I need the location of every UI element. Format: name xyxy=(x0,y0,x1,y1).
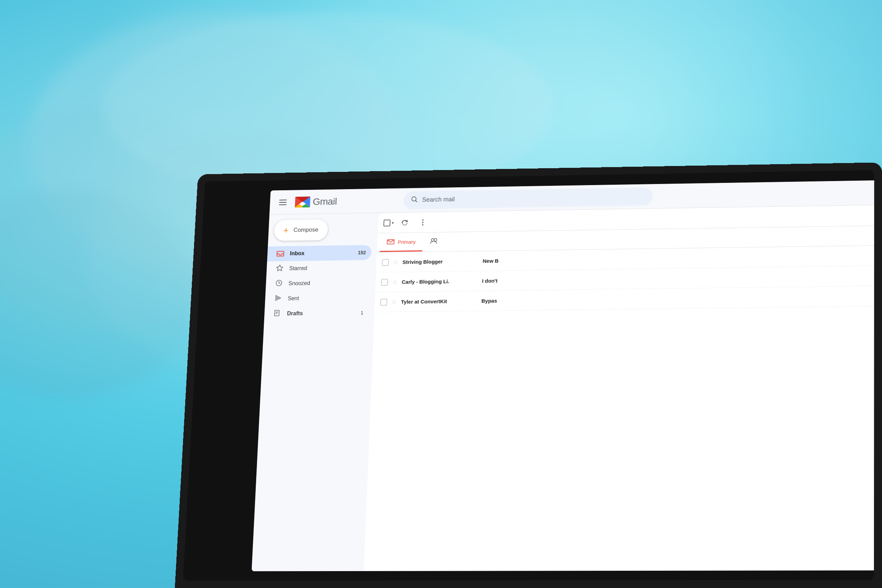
more-icon xyxy=(422,219,423,226)
sidebar-inbox-label: Inbox xyxy=(290,250,305,257)
select-all-checkbox[interactable]: ▾ xyxy=(383,219,394,226)
drafts-icon xyxy=(273,309,282,318)
email-sender-3: Tyler at ConvertKit xyxy=(401,298,477,304)
select-dropdown-icon: ▾ xyxy=(392,220,394,225)
email-preview-text-1: New B xyxy=(482,258,499,264)
gmail-main: + Compose Inbox 152 xyxy=(252,205,874,571)
svg-point-22 xyxy=(431,239,434,242)
sidebar-drafts-label: Drafts xyxy=(287,310,303,316)
header-left: Gmail xyxy=(275,193,399,210)
refresh-icon xyxy=(401,219,408,226)
search-placeholder: Search mail xyxy=(422,196,455,204)
email-preview-text-2: I don't xyxy=(482,278,497,284)
sidebar-sent-label: Sent xyxy=(288,295,299,302)
checkbox-icon xyxy=(383,219,390,226)
refresh-button[interactable] xyxy=(398,216,412,230)
email-preview-3: Bypas xyxy=(481,293,872,304)
email-star-3[interactable]: ☆ xyxy=(391,298,397,306)
svg-line-12 xyxy=(416,201,417,202)
email-preview-text-3: Bypas xyxy=(481,298,497,304)
social-tab-icon xyxy=(429,237,438,246)
screen-bezel: Gmail Search mail xyxy=(183,170,874,580)
gmail-logo: Gmail xyxy=(294,195,337,209)
sidebar-item-snoozed[interactable]: Snoozed xyxy=(266,275,370,292)
gmail-m-logo xyxy=(294,195,312,208)
tab-primary[interactable]: Primary xyxy=(380,233,423,252)
email-preview-1: New B xyxy=(482,253,872,264)
sidebar-drafts-badge: 1 xyxy=(361,310,364,315)
sidebar-item-drafts[interactable]: Drafts 1 xyxy=(264,305,369,321)
svg-line-16 xyxy=(279,283,280,284)
laptop-frame: Gmail Search mail xyxy=(175,162,882,588)
hamburger-menu-button[interactable] xyxy=(275,195,291,210)
svg-point-3 xyxy=(0,189,197,399)
email-star-2[interactable]: ☆ xyxy=(392,278,398,286)
compose-plus-icon: + xyxy=(283,226,289,235)
send-icon xyxy=(274,294,282,303)
email-list-area: ▾ xyxy=(364,205,874,571)
primary-tab-icon xyxy=(387,238,394,246)
sidebar-inbox-badge: 152 xyxy=(358,250,366,255)
clock-icon xyxy=(275,279,283,288)
primary-tab-label: Primary xyxy=(398,239,416,244)
email-star-1[interactable]: ☆ xyxy=(393,258,399,266)
svg-point-23 xyxy=(434,239,437,242)
email-preview-2: I don't xyxy=(482,273,872,284)
svg-point-18 xyxy=(422,219,423,221)
more-options-button[interactable] xyxy=(416,215,430,229)
hamburger-line-2 xyxy=(279,202,287,202)
compose-button[interactable]: + Compose xyxy=(273,219,328,241)
gmail-wordmark: Gmail xyxy=(313,196,337,207)
email-checkbox-2[interactable] xyxy=(381,279,388,286)
gmail-sidebar: + Compose Inbox 152 xyxy=(252,213,379,571)
email-checkbox-1[interactable] xyxy=(382,259,389,266)
star-icon xyxy=(275,264,284,273)
tab-social[interactable]: Social xyxy=(422,232,445,252)
gmail-interface: Gmail Search mail xyxy=(252,180,874,571)
inbox-icon xyxy=(276,249,284,258)
email-checkbox-3[interactable] xyxy=(380,298,387,306)
email-sender-1: Striving Blogger xyxy=(403,258,478,265)
sidebar-item-starred[interactable]: Starred xyxy=(266,260,371,276)
search-icon xyxy=(410,195,418,205)
svg-point-20 xyxy=(422,224,423,225)
sidebar-snoozed-label: Snoozed xyxy=(288,280,311,286)
search-bar[interactable]: Search mail xyxy=(403,187,653,209)
compose-label: Compose xyxy=(293,226,318,233)
email-sender-2: Carly - Blogging Li. xyxy=(402,278,478,285)
hamburger-line-1 xyxy=(279,200,287,200)
hamburger-line-3 xyxy=(279,204,286,205)
svg-rect-17 xyxy=(275,310,279,316)
sidebar-item-inbox[interactable]: Inbox 152 xyxy=(267,245,372,261)
svg-point-19 xyxy=(422,222,423,223)
sidebar-item-sent[interactable]: Sent xyxy=(265,290,370,307)
sidebar-starred-label: Starred xyxy=(289,265,308,272)
